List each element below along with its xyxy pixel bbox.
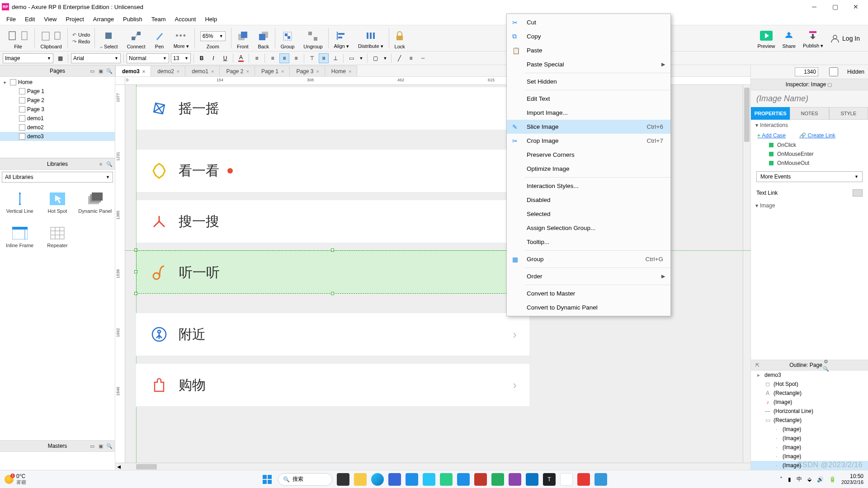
canvas-list-row[interactable]: 搜一搜 <box>136 200 529 243</box>
taskbar-app-15[interactable] <box>577 473 590 486</box>
ungroup-button[interactable]: Ungroup <box>299 25 327 51</box>
taskbar-search[interactable]: 🔍搜索 <box>278 473 332 486</box>
document-tab[interactable]: demo3× <box>115 66 151 76</box>
tray-icon-1[interactable]: ▮ <box>788 476 791 483</box>
tab-close-icon[interactable]: × <box>246 69 249 74</box>
system-tray[interactable]: ˄ ▮ 中 ⬙ 🔊 🔋 10:50 2023/2/16 <box>780 474 863 485</box>
start-button[interactable] <box>261 473 274 486</box>
back-button[interactable]: Back <box>253 25 274 51</box>
taskbar-app-13[interactable]: T <box>543 473 556 486</box>
menu-file[interactable]: File <box>2 14 20 24</box>
menu-help[interactable]: Help <box>200 14 222 24</box>
more-tool[interactable]: •••More ▾ <box>169 25 193 51</box>
inspector-tab-style[interactable]: STYLE <box>829 107 868 120</box>
library-widget[interactable]: Vertical Line <box>1 185 38 220</box>
canvas-list-row[interactable]: 摇一摇 <box>136 87 529 130</box>
front-button[interactable]: Front <box>232 25 253 51</box>
redo-button[interactable]: ↷Redo <box>72 39 90 45</box>
taskbar-app-11[interactable] <box>509 473 521 486</box>
masters-add-icon[interactable]: ▭ <box>89 442 96 450</box>
context-menu-item[interactable]: Convert to Dynamic Panel <box>507 300 670 314</box>
context-menu-item[interactable]: ⧉Copy <box>507 29 670 43</box>
page-tree-item[interactable]: demo3 <box>0 132 115 141</box>
page-tree-item[interactable]: demo2 <box>0 123 115 132</box>
pen-tool[interactable]: Pen <box>150 25 169 51</box>
zoom-control[interactable]: 65%▼Zoom <box>196 25 230 51</box>
canvas-list-row[interactable]: 购物› <box>136 363 529 407</box>
group-button[interactable]: Group <box>276 25 299 51</box>
share-button[interactable]: Share <box>783 28 796 49</box>
widget-type-select[interactable]: Image▼ <box>3 53 53 63</box>
window-close[interactable]: ✕ <box>845 0 866 14</box>
event-onmouseenter[interactable]: OnMouseEnter <box>751 150 868 159</box>
document-tab[interactable]: Page 2× <box>219 66 255 76</box>
page-tree-item[interactable]: demo1 <box>0 114 115 123</box>
context-menu-item[interactable]: Order▶ <box>507 269 670 283</box>
taskbar-app-6[interactable] <box>423 473 435 486</box>
line-style-button[interactable]: ┄ <box>418 53 428 63</box>
underline-button[interactable]: U <box>220 53 230 63</box>
outer-shadow-button[interactable]: ▢ <box>370 53 380 63</box>
outline-item[interactable]: ·(Image) <box>751 452 868 461</box>
taskbar-app-2[interactable] <box>354 473 367 486</box>
valign-bottom-button[interactable]: ⊥ <box>330 53 340 63</box>
align-left-button[interactable]: ≡ <box>268 53 278 63</box>
tab-close-icon[interactable]: × <box>281 69 284 74</box>
menu-account[interactable]: Account <box>170 14 200 24</box>
widget-icon[interactable]: ▦ <box>55 53 65 63</box>
context-menu-item[interactable]: Assign Selection Group... <box>507 221 670 235</box>
font-weight-select[interactable]: Normal▼ <box>127 53 169 63</box>
context-menu-item[interactable]: Optimize Image <box>507 162 670 176</box>
line-button[interactable]: ╱ <box>394 53 404 63</box>
context-menu-item[interactable]: Set Hidden <box>507 75 670 89</box>
tray-wifi-icon[interactable]: ⬙ <box>807 476 811 483</box>
context-menu-item[interactable]: Selected <box>507 207 670 221</box>
tray-time[interactable]: 10:50 <box>850 474 863 479</box>
align-right-button[interactable]: ≡ <box>291 53 301 63</box>
pages-folder-icon[interactable]: ▣ <box>97 67 104 75</box>
lock-button[interactable]: Lock <box>390 25 410 51</box>
context-menu-item[interactable]: ✂Cut <box>507 15 670 29</box>
inspector-tab-properties[interactable]: PROPERTIES <box>751 107 790 120</box>
tab-close-icon[interactable]: × <box>177 69 179 74</box>
interactions-section[interactable]: ▾Interactions <box>751 120 868 131</box>
align-center-button[interactable]: ≡ <box>279 53 289 63</box>
outline-item[interactable]: ·(Image) <box>751 434 868 443</box>
taskbar-app-10[interactable] <box>491 473 504 486</box>
document-tab[interactable]: Page 1× <box>255 66 290 76</box>
library-widget[interactable]: Dynamic Panel <box>76 185 114 220</box>
valign-middle-button[interactable]: ≡ <box>319 53 329 63</box>
event-onmouseout[interactable]: OnMouseOut <box>751 159 868 168</box>
outline-item[interactable]: A(Rectangle) <box>751 389 868 398</box>
outline-item[interactable]: ▸demo3 <box>751 371 868 380</box>
menu-team[interactable]: Team <box>147 14 170 24</box>
weather-widget[interactable]: 1 0°C雾霾 <box>5 474 26 485</box>
pages-add-icon[interactable]: ▭ <box>89 67 96 75</box>
library-widget[interactable]: Inline Frame <box>1 220 38 254</box>
vertical-scrollbar[interactable] <box>743 85 750 463</box>
libraries-search-icon[interactable]: 🔍 <box>106 160 113 168</box>
undo-button[interactable]: ↶Undo <box>72 32 90 38</box>
valign-top-button[interactable]: ⊤ <box>307 53 317 63</box>
image-section[interactable]: ▾Image <box>751 200 868 211</box>
tab-close-icon[interactable]: × <box>349 69 351 74</box>
page-tree-item[interactable]: Page 2 <box>0 96 115 105</box>
fill-button[interactable]: ▭ <box>346 53 356 63</box>
fill-dropdown[interactable]: ▼ <box>358 53 364 63</box>
window-minimize[interactable]: ─ <box>804 0 825 14</box>
context-menu-item[interactable]: 📋Paste <box>507 43 670 57</box>
library-widget[interactable]: Hot Spot <box>38 185 76 220</box>
tray-ime-icon[interactable]: 中 <box>797 475 802 483</box>
tray-battery-icon[interactable]: 🔋 <box>829 476 836 483</box>
taskbar-app-12[interactable] <box>526 473 538 486</box>
width-input[interactable] <box>795 67 818 76</box>
library-widget[interactable]: Repeater <box>38 220 76 254</box>
textlink-swatch[interactable] <box>853 189 863 197</box>
outline-item[interactable]: ◻(Hot Spot) <box>751 380 868 389</box>
line-width-button[interactable]: ≡ <box>406 53 416 63</box>
preview-button[interactable]: Preview <box>757 28 775 49</box>
login-button[interactable]: Log In <box>830 34 860 43</box>
pages-tree[interactable]: ▾HomePage 1Page 2Page 3demo1demo2demo3 <box>0 77 115 158</box>
italic-button[interactable]: I <box>208 53 218 63</box>
taskbar-app-1[interactable] <box>337 473 349 486</box>
